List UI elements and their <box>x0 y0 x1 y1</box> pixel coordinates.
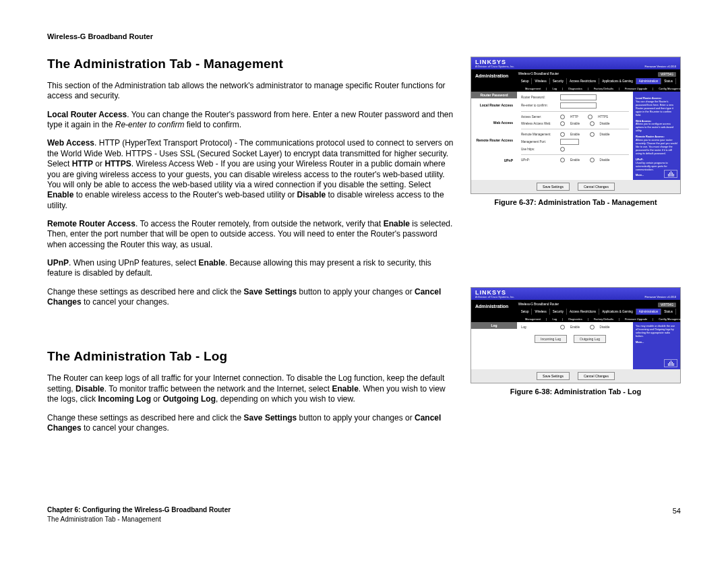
save-settings-button: Save Settings <box>537 183 570 191</box>
figure-6-37-caption: Figure 6-37: Administration Tab - Manage… <box>471 198 681 206</box>
section1-intro: This section of the Administration tab a… <box>47 81 454 102</box>
footer-chapter: Chapter 6: Configuring the Wireless-G Br… <box>47 505 231 515</box>
upnp-paragraph: UPnP. When using UPnP features, select E… <box>47 258 454 279</box>
incoming-log-button: Incoming Log <box>535 335 567 343</box>
main-column: The Administration Tab - Management This… <box>47 32 454 441</box>
section2-title: The Administration Tab - Log <box>47 349 454 364</box>
figure-6-37: LINKSYS A Division of Cisco Systems, Inc… <box>471 57 681 194</box>
web-access-label: Web Access <box>47 138 94 148</box>
page-number: 54 <box>673 505 681 515</box>
router-tabs: Setup Wireless Security Access Restricti… <box>518 78 676 84</box>
figures-column: LINKSYS A Division of Cisco Systems, Inc… <box>471 32 681 441</box>
outgoing-log-button: Outgoing Log <box>574 335 606 343</box>
reenter-italic: Re-enter to confirm <box>115 120 185 129</box>
change-settings-paragraph-2: Change these settings as described here … <box>47 413 454 434</box>
footer-section: The Administration Tab - Management <box>47 515 231 524</box>
document-header: Wireless-G Broadband Router <box>47 32 153 40</box>
figure-6-38: LINKSYS A Division of Cisco Systems, Inc… <box>471 287 681 383</box>
cancel-changes-button: Cancel Changes <box>578 183 615 191</box>
upnp-label: UPnP <box>47 258 69 268</box>
local-access-paragraph: Local Router Access. You can change the … <box>47 110 454 131</box>
remote-access-paragraph: Remote Router Access. To access the Rout… <box>47 219 454 250</box>
local-access-label: Local Router Access <box>47 110 127 119</box>
remote-label: Remote Router Access <box>47 219 135 228</box>
web-access-paragraph: Web Access. HTTP (HyperText Transport Pr… <box>47 138 454 211</box>
change-settings-paragraph-1: Change these settings as described here … <box>47 287 454 308</box>
section1-title: The Administration Tab - Management <box>47 57 454 71</box>
figure-6-38-caption: Figure 6-38: Administration Tab - Log <box>471 387 681 396</box>
log-paragraph: The Router can keep logs of all traffic … <box>47 373 454 404</box>
cisco-logo-icon <box>664 170 677 178</box>
cisco-logo-icon <box>664 359 677 367</box>
page-footer: Chapter 6: Configuring the Wireless-G Br… <box>47 505 681 524</box>
